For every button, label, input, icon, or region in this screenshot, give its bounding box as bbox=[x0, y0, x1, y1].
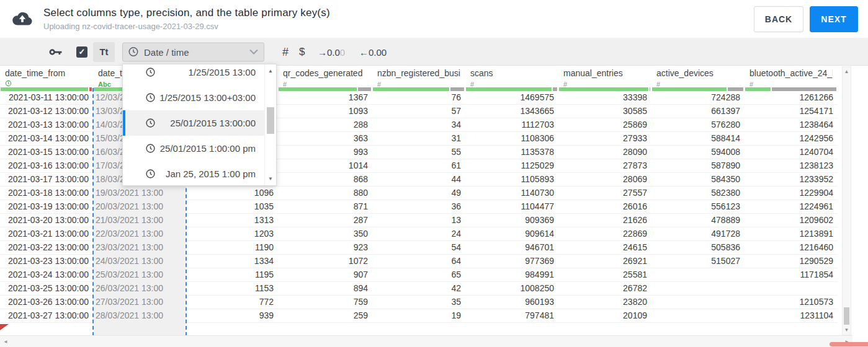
table-cell[interactable]: 923 bbox=[278, 241, 372, 254]
table-cell[interactable]: 587890 bbox=[651, 159, 745, 172]
table-cell[interactable]: 33398 bbox=[558, 91, 651, 104]
date-format-option[interactable]: 25/01/2015 13:00:00 bbox=[123, 110, 264, 136]
column-header[interactable]: date_time_from bbox=[0, 66, 93, 91]
table-cell[interactable]: 25869 bbox=[558, 118, 651, 131]
column-type-select[interactable]: Date / time bbox=[122, 42, 264, 61]
table-cell[interactable]: 26/03/2021 13:00 bbox=[93, 282, 186, 295]
table-cell[interactable] bbox=[651, 282, 745, 295]
table-cell[interactable]: 1313 bbox=[186, 214, 278, 227]
table-cell[interactable]: 23820 bbox=[558, 296, 651, 309]
decimal-increase-button[interactable]: ←0.00 bbox=[359, 46, 387, 57]
table-cell[interactable]: 1096 bbox=[186, 187, 278, 200]
table-cell[interactable]: 27/03/2021 13:00 bbox=[93, 296, 186, 309]
table-cell[interactable]: 22/03/2021 13:00 bbox=[93, 227, 186, 240]
table-cell[interactable] bbox=[651, 296, 745, 309]
table-cell[interactable]: 28069 bbox=[558, 173, 651, 186]
table-cell[interactable]: 1014 bbox=[278, 159, 372, 172]
table-cell[interactable]: 2021-03-26 13:00:00 bbox=[0, 296, 93, 309]
table-cell[interactable]: 1238123 bbox=[745, 159, 838, 172]
table-cell[interactable]: 2021-03-15 13:00:00 bbox=[0, 146, 93, 159]
table-cell[interactable]: 2021-03-17 13:00:00 bbox=[0, 173, 93, 186]
table-cell[interactable]: 984991 bbox=[465, 268, 558, 281]
table-cell[interactable]: 1008250 bbox=[465, 282, 558, 295]
table-cell[interactable]: 42 bbox=[372, 282, 465, 295]
table-cell[interactable]: 1290529 bbox=[745, 255, 838, 268]
table-cell[interactable]: 2021-03-24 13:00:00 bbox=[0, 268, 93, 281]
table-cell[interactable]: 2021-03-13 13:00:00 bbox=[0, 118, 93, 131]
table-cell[interactable]: 26016 bbox=[558, 200, 651, 213]
table-cell[interactable]: 27933 bbox=[558, 132, 651, 145]
table-cell[interactable]: 28/03/2021 13:00 bbox=[93, 309, 186, 322]
table-cell[interactable]: 1209602 bbox=[745, 214, 838, 227]
horizontal-scrollbar-thumb[interactable] bbox=[830, 342, 868, 346]
table-cell[interactable]: 30585 bbox=[558, 105, 651, 118]
table-cell[interactable]: 54 bbox=[372, 241, 465, 254]
table-cell[interactable]: 588414 bbox=[651, 132, 745, 145]
table-cell[interactable]: 960193 bbox=[465, 296, 558, 309]
table-cell[interactable]: 909614 bbox=[465, 227, 558, 240]
table-cell[interactable]: 27873 bbox=[558, 159, 651, 172]
table-cell[interactable]: 478889 bbox=[651, 214, 745, 227]
table-cell[interactable]: 19/03/2021 13:00 bbox=[93, 187, 186, 200]
table-cell[interactable]: 1195 bbox=[186, 268, 278, 281]
table-cell[interactable]: 34 bbox=[372, 118, 465, 131]
table-cell[interactable]: 1343665 bbox=[465, 105, 558, 118]
table-cell[interactable]: 1203 bbox=[186, 227, 278, 240]
table-cell[interactable]: 2021-03-27 13:00:00 bbox=[0, 309, 93, 322]
table-cell[interactable]: 61 bbox=[372, 159, 465, 172]
table-cell[interactable]: 1135378 bbox=[465, 146, 558, 159]
scroll-up-arrow-icon[interactable]: ▲ bbox=[265, 68, 276, 74]
column-header[interactable]: scans# bbox=[465, 66, 558, 91]
table-cell[interactable]: 871 bbox=[278, 200, 372, 213]
table-cell[interactable]: 44 bbox=[372, 173, 465, 186]
table-cell[interactable]: 65 bbox=[372, 268, 465, 281]
table-cell[interactable]: 64 bbox=[372, 255, 465, 268]
table-cell[interactable]: 1242956 bbox=[745, 132, 838, 145]
table-cell[interactable]: 23/03/2021 13:00 bbox=[93, 241, 186, 254]
table-cell[interactable]: 1190 bbox=[186, 241, 278, 254]
table-cell[interactable]: 350 bbox=[278, 227, 372, 240]
table-cell[interactable]: 26782 bbox=[558, 282, 651, 295]
back-button[interactable]: BACK bbox=[754, 6, 803, 32]
table-cell[interactable]: 2021-03-21 13:00:00 bbox=[0, 227, 93, 240]
primary-key-icon[interactable] bbox=[48, 45, 63, 59]
table-cell[interactable]: 31 bbox=[372, 132, 465, 145]
table-cell[interactable]: 1240704 bbox=[745, 146, 838, 159]
table-cell[interactable]: 25581 bbox=[558, 268, 651, 281]
table-cell[interactable]: 797481 bbox=[465, 309, 558, 322]
table-cell[interactable]: 27557 bbox=[558, 187, 651, 200]
table-cell[interactable]: 993 bbox=[278, 146, 372, 159]
table-cell[interactable]: 505836 bbox=[651, 241, 745, 254]
table-cell[interactable]: 1210573 bbox=[745, 296, 838, 309]
table-cell[interactable]: 1367 bbox=[278, 91, 372, 104]
table-cell[interactable]: 20109 bbox=[558, 309, 651, 322]
table-cell[interactable]: 515027 bbox=[651, 255, 745, 268]
table-cell[interactable]: 1140730 bbox=[465, 187, 558, 200]
table-cell[interactable]: 1224961 bbox=[745, 200, 838, 213]
table-cell[interactable]: 594008 bbox=[651, 146, 745, 159]
table-cell[interactable]: 2021-03-25 13:00:00 bbox=[0, 282, 93, 295]
table-cell[interactable]: 1469575 bbox=[465, 91, 558, 104]
table-cell[interactable]: 2021-03-22 13:00:00 bbox=[0, 241, 93, 254]
dropdown-scrollbar-thumb[interactable] bbox=[267, 107, 274, 134]
table-cell[interactable]: 2021-03-14 13:00:00 bbox=[0, 132, 93, 145]
table-cell[interactable]: 1105893 bbox=[465, 173, 558, 186]
table-cell[interactable]: 772 bbox=[186, 296, 278, 309]
scroll-down-arrow-icon[interactable]: ▼ bbox=[265, 176, 276, 182]
scroll-left-arrow-icon[interactable]: ◄ bbox=[3, 339, 8, 345]
table-cell[interactable]: 907 bbox=[278, 268, 372, 281]
scroll-down-arrow-icon[interactable]: ▼ bbox=[843, 327, 851, 333]
table-cell[interactable]: 36 bbox=[372, 200, 465, 213]
table-cell[interactable]: 2021-03-11 13:00:00 bbox=[0, 91, 93, 104]
date-format-option[interactable]: 1/25/2015 13:00 bbox=[123, 64, 264, 85]
table-cell[interactable]: 24 bbox=[372, 227, 465, 240]
vertical-scrollbar-thumb[interactable] bbox=[844, 307, 849, 325]
date-format-option[interactable]: 25/01/2015 1:00:00 pm bbox=[123, 136, 264, 161]
horizontal-scrollbar[interactable]: ◄ ► bbox=[0, 335, 852, 347]
table-cell[interactable]: 2021-03-16 13:00:00 bbox=[0, 159, 93, 172]
table-cell[interactable]: 26921 bbox=[558, 255, 651, 268]
column-header[interactable]: manual_entries# bbox=[558, 66, 651, 91]
table-cell[interactable]: 1108306 bbox=[465, 132, 558, 145]
next-button[interactable]: NEXT bbox=[810, 6, 858, 32]
table-cell[interactable]: 1233952 bbox=[745, 173, 838, 186]
